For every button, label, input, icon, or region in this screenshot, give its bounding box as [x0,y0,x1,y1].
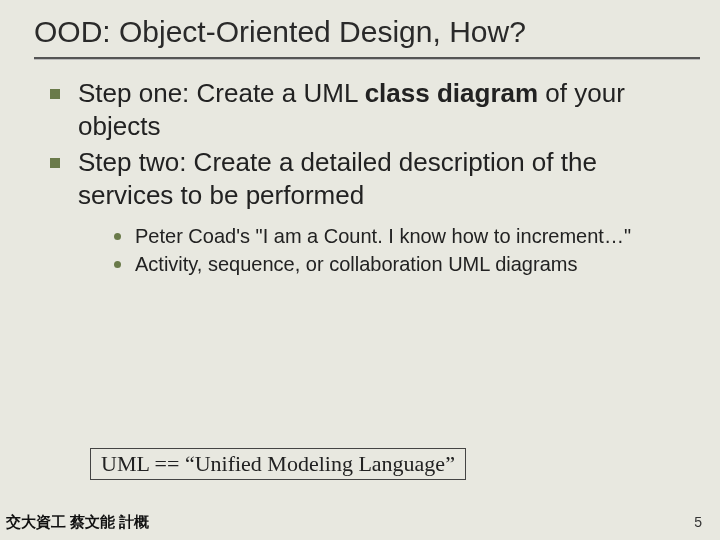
sub-bullet-text: Peter Coad's "I am a Count. I know how t… [135,223,631,249]
bullet-level2: Activity, sequence, or collaboration UML… [114,251,680,277]
sub-bullet-text: Activity, sequence, or collaboration UML… [135,251,577,277]
bullet-level1: Step two: Create a detailed description … [50,146,680,211]
square-bullet-icon [50,89,60,99]
dot-bullet-icon [114,261,121,268]
text-segment: Step two: Create a detailed description … [78,147,597,210]
bullet-level1: Step one: Create a UML class diagram of … [50,77,680,142]
bullet-level2: Peter Coad's "I am a Count. I know how t… [114,223,680,249]
slide: OOD: Object-Oriented Design, How? Step o… [0,0,720,540]
slide-body: Step one: Create a UML class diagram of … [0,59,720,277]
bullet-text: Step two: Create a detailed description … [78,146,680,211]
square-bullet-icon [50,158,60,168]
dot-bullet-icon [114,233,121,240]
text-bold: class diagram [365,78,538,108]
sub-bullet-group: Peter Coad's "I am a Count. I know how t… [50,215,680,277]
page-number: 5 [694,514,702,530]
bullet-text: Step one: Create a UML class diagram of … [78,77,680,142]
footer-left: 交大資工 蔡文能 計概 [6,513,149,532]
slide-title: OOD: Object-Oriented Design, How? [0,0,720,53]
text-segment: Step one: Create a UML [78,78,365,108]
footnote-box: UML == “Unified Modeling Language” [90,448,466,480]
